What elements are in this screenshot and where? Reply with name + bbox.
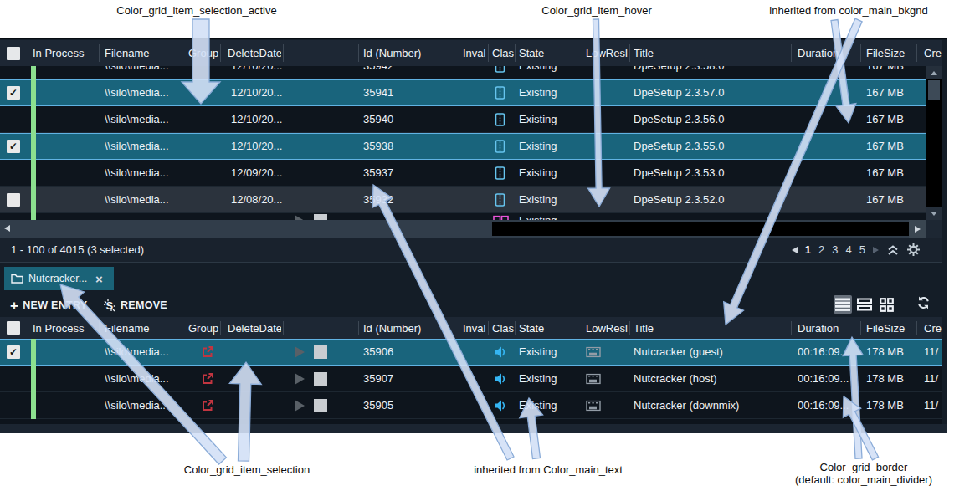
vertical-scrollbar-thumb[interactable] [928, 80, 940, 100]
column-header-cre[interactable]: Cre [924, 317, 942, 339]
page-button-4[interactable]: 4 [846, 243, 852, 256]
refresh-icon[interactable] [916, 296, 931, 309]
clipped-row[interactable]: \\silo\media...12/10/20...35942ExistingD… [0, 66, 926, 79]
gear-icon[interactable] [907, 243, 920, 256]
horizontal-scrollbar[interactable] [0, 220, 926, 238]
column-header-state[interactable]: State [519, 40, 579, 66]
state-cell: Existing [519, 66, 582, 79]
column-header-cre[interactable]: Cre [924, 40, 942, 66]
select-all-checkbox[interactable] [7, 321, 20, 335]
group-link-icon[interactable] [201, 345, 214, 359]
column-header-class[interactable]: Class [492, 40, 514, 66]
thumbnail-placeholder[interactable] [314, 372, 327, 386]
column-header-title[interactable]: Title [634, 40, 788, 66]
column-header-deletedate[interactable]: DeleteDate [228, 317, 281, 339]
select-all-checkbox[interactable] [7, 47, 20, 60]
cre-cell: 11/ [924, 392, 942, 419]
column-header-state[interactable]: State [519, 317, 579, 339]
table-row[interactable]: ✓\\silo\media...12/10/20...35938Existing… [0, 133, 926, 160]
column-header-group[interactable]: Group [188, 40, 218, 66]
row-checkbox[interactable] [7, 193, 20, 207]
horizontal-scrollbar-thumb[interactable] [492, 222, 909, 236]
column-header-class[interactable]: Class [492, 317, 514, 339]
thumbnail-placeholder[interactable] [314, 399, 327, 412]
zip-file-icon [493, 113, 507, 127]
page-button-5[interactable]: 5 [859, 243, 865, 256]
column-header-filesize[interactable]: FileSize [866, 317, 914, 339]
column-header-duration[interactable]: Duration [798, 317, 856, 339]
filename-cell: \\silo\media... [105, 66, 184, 79]
collapse-icon[interactable] [886, 244, 900, 256]
prev-page-icon[interactable] [792, 247, 798, 253]
table-row[interactable]: \\silo\media...12/10/20...35940ExistingD… [0, 106, 926, 133]
page-button-2[interactable]: 2 [818, 243, 824, 256]
date-cell: 12/10/20... [231, 106, 290, 133]
thumbnail-placeholder[interactable] [314, 345, 327, 359]
next-page-icon[interactable] [873, 247, 879, 253]
clipped-row[interactable]: Existing [0, 213, 926, 220]
title-cell: DpeSetup 2.3.57.0 [634, 79, 793, 106]
media-grid-window: In ProcessFilenameGroupDeleteDateId (Num… [0, 38, 947, 433]
column-header-group[interactable]: Group [188, 317, 218, 339]
column-header-filename[interactable]: Filename [105, 317, 178, 339]
state-cell: Existing [519, 392, 582, 419]
column-divider [860, 321, 861, 335]
duration-cell: 00:16:09... [798, 392, 861, 419]
column-header-inval[interactable]: Inval [463, 40, 487, 66]
remove-button[interactable]: S REMOVE [103, 294, 167, 317]
grid-view-button[interactable] [877, 295, 895, 314]
remove-label: REMOVE [121, 299, 167, 311]
column-header-id-number-[interactable]: Id (Number) [363, 40, 455, 66]
close-icon[interactable]: × [95, 273, 103, 285]
id-cell: 35932 [363, 187, 455, 213]
column-header-lowresl[interactable]: LowResl [586, 40, 628, 66]
thumbnail-placeholder[interactable] [314, 214, 327, 220]
column-header-lowresl[interactable]: LowResl [586, 317, 628, 339]
in-process-indicator [31, 160, 36, 187]
column-header-in-process[interactable]: In Process [33, 317, 95, 339]
scrollbar-corner [926, 220, 942, 238]
group-link-icon[interactable] [201, 372, 214, 386]
table-row[interactable]: \\silo\media...12/08/20...35932ExistingD… [0, 187, 926, 213]
column-header-filesize[interactable]: FileSize [866, 40, 914, 66]
table-row[interactable]: ✓\\silo\media...12/10/20...35941Existing… [0, 79, 926, 106]
table-row[interactable]: Existing [0, 213, 926, 220]
play-icon[interactable] [295, 400, 305, 412]
vertical-scrollbar[interactable] [926, 66, 942, 220]
column-header-filename[interactable]: Filename [105, 40, 178, 66]
top-grid-header: In ProcessFilenameGroupDeleteDateId (Num… [0, 40, 942, 67]
play-icon[interactable] [295, 373, 305, 385]
group-link-icon[interactable] [201, 399, 214, 412]
new-entry-button[interactable]: + NEW ENTRY [10, 294, 87, 317]
scroll-left-icon[interactable] [4, 225, 10, 232]
triangle-down-icon [931, 212, 937, 216]
column-header-in-process[interactable]: In Process [33, 40, 95, 66]
split-view-button[interactable] [855, 295, 874, 314]
page-button-3[interactable]: 3 [832, 243, 838, 256]
plus-icon: + [10, 299, 18, 313]
table-row[interactable]: \\silo\media...12/09/20...35937ExistingD… [0, 160, 926, 187]
table-row[interactable]: \\silo\media...35907ExistingNutcracker (… [0, 366, 942, 392]
tab-nutcracker[interactable]: Nutcracker... × [4, 267, 114, 290]
scroll-up-button[interactable] [926, 66, 942, 79]
page-button-1[interactable]: 1 [805, 243, 811, 256]
scroll-down-button[interactable] [926, 207, 942, 220]
row-checkbox[interactable]: ✓ [7, 86, 20, 100]
list-view-button[interactable] [834, 295, 852, 314]
scroll-right-button[interactable] [909, 220, 926, 238]
column-header-inval[interactable]: Inval [463, 317, 487, 339]
row-checkbox[interactable]: ✓ [7, 140, 20, 153]
title-cell: Nutcracker (downmix) [634, 392, 793, 419]
play-icon[interactable] [295, 346, 305, 358]
column-divider [515, 321, 516, 335]
column-header-deletedate[interactable]: DeleteDate [228, 40, 281, 66]
column-header-id-number-[interactable]: Id (Number) [363, 317, 455, 339]
row-checkbox[interactable]: ✓ [7, 345, 20, 359]
table-row[interactable]: \\silo\media...35905ExistingNutcracker (… [0, 392, 942, 419]
table-row[interactable]: ✓\\silo\media...35906ExistingNutcracker … [0, 339, 942, 366]
title-cell: Nutcracker (guest) [634, 339, 793, 366]
column-header-duration[interactable]: Duration [798, 40, 856, 66]
in-process-indicator [31, 106, 36, 133]
column-header-title[interactable]: Title [634, 317, 788, 339]
table-row[interactable]: \\silo\media...12/10/20...35942ExistingD… [0, 66, 926, 79]
